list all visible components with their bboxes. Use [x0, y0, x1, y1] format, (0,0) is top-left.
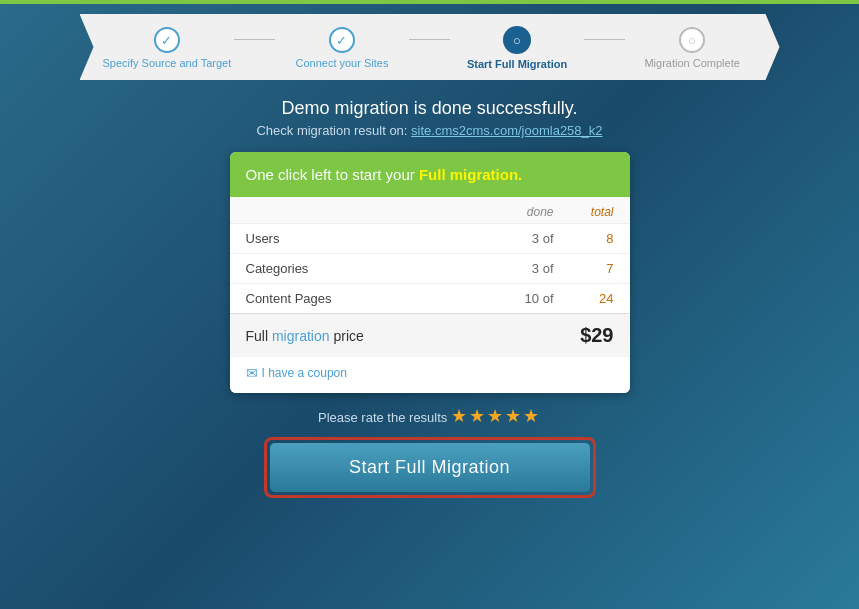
check-link-label: Check migration result on:: [256, 123, 407, 138]
step-label-complete: Migration Complete: [644, 57, 739, 69]
card-header-highlight: Full migration.: [419, 166, 522, 183]
rating-text: Please rate the results: [318, 410, 447, 425]
check-link-url[interactable]: site.cms2cms.com/joomla258_k2: [411, 123, 602, 138]
price-label-full: Full: [246, 328, 272, 344]
step-circle-specify: ✓: [154, 27, 180, 53]
step-label-specify[interactable]: Specify Source and Target: [102, 57, 231, 69]
col-header-total: total: [554, 205, 614, 219]
row-done-users: 3 of: [474, 231, 554, 246]
migration-card: One click left to start your Full migrat…: [230, 152, 630, 393]
top-green-bar: [0, 0, 859, 4]
wizard-step-specify[interactable]: ✓ Specify Source and Target: [100, 27, 235, 69]
price-value: $29: [580, 324, 613, 347]
step-connector-3: [584, 39, 624, 40]
wizard-steps: ✓ Specify Source and Target ✓ Connect yo…: [80, 14, 780, 80]
price-label: Full migration price: [246, 328, 581, 344]
price-label-migration: migration: [272, 328, 330, 344]
row-total-content-pages: 24: [554, 291, 614, 306]
stars[interactable]: ★★★★★: [451, 406, 541, 426]
coupon-row: ✉ I have a coupon: [230, 357, 630, 393]
table-row-users: Users 3 of 8: [230, 223, 630, 253]
card-table: done total Users 3 of 8 Categories 3 of …: [230, 197, 630, 393]
row-label-categories: Categories: [246, 261, 474, 276]
wizard-banner: ✓ Specify Source and Target ✓ Connect yo…: [80, 14, 780, 80]
start-migration-button[interactable]: Start Full Migration: [270, 443, 590, 492]
main-content: Demo migration is done successfully. Che…: [0, 98, 859, 498]
step-connector-1: [234, 39, 274, 40]
card-header-text: One click left to start your: [246, 166, 419, 183]
row-total-users: 8: [554, 231, 614, 246]
col-header-done: done: [474, 205, 554, 219]
row-done-content-pages: 10 of: [474, 291, 554, 306]
step-circle-connect: ✓: [329, 27, 355, 53]
wizard-step-start: ○ Start Full Migration: [450, 26, 585, 70]
step-circle-start: ○: [503, 26, 531, 54]
row-label-users: Users: [246, 231, 474, 246]
step-connector-2: [409, 39, 449, 40]
wizard-step-complete: ○ Migration Complete: [625, 27, 760, 69]
table-row-categories: Categories 3 of 7: [230, 253, 630, 283]
table-row-content-pages: Content Pages 10 of 24: [230, 283, 630, 313]
step-circle-complete: ○: [679, 27, 705, 53]
table-header-row: done total: [230, 197, 630, 223]
start-button-wrapper: Start Full Migration: [264, 437, 596, 498]
rating-row: Please rate the results ★★★★★: [318, 405, 541, 427]
card-header: One click left to start your Full migrat…: [230, 152, 630, 197]
price-row: Full migration price $29: [230, 313, 630, 357]
success-title: Demo migration is done successfully.: [282, 98, 578, 119]
step-label-connect[interactable]: Connect your Sites: [295, 57, 388, 69]
coupon-icon: ✉: [246, 365, 258, 381]
wizard-step-connect[interactable]: ✓ Connect your Sites: [275, 27, 410, 69]
row-label-content-pages: Content Pages: [246, 291, 474, 306]
coupon-label: I have a coupon: [262, 366, 347, 380]
row-done-categories: 3 of: [474, 261, 554, 276]
price-label-suffix: price: [330, 328, 364, 344]
coupon-link[interactable]: ✉ I have a coupon: [246, 365, 614, 381]
check-link-text: Check migration result on: site.cms2cms.…: [256, 123, 602, 138]
step-label-start: Start Full Migration: [467, 58, 567, 70]
row-total-categories: 7: [554, 261, 614, 276]
